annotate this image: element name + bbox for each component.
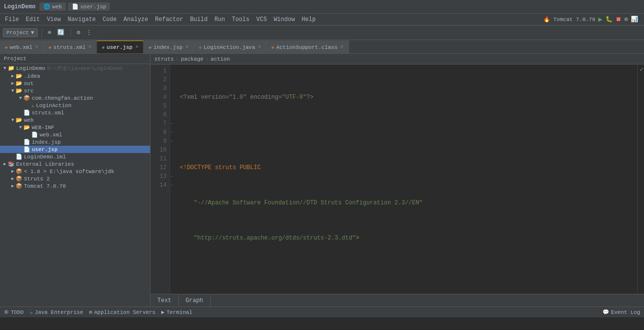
close-struts-xml[interactable]: × — [88, 44, 91, 50]
tree-arrow-web: ▼ — [10, 118, 16, 123]
tree-label-web: web — [24, 117, 34, 123]
line-num-7: 7 — [150, 119, 167, 128]
java-enterprise-icon: ☕ — [29, 309, 33, 315]
code-area[interactable]: 1 2 3 4 5 6 7 8 9 10 11 12 13 14 — [150, 65, 644, 294]
tab-user-jsp[interactable]: ◈ user.jsp × — [97, 41, 144, 53]
code-line-6 — [180, 269, 633, 278]
close-loginaction[interactable]: × — [258, 44, 261, 50]
tree-item-webxml[interactable]: ▶ 📄 web.xml — [0, 131, 150, 138]
java-file-icon: ☕ — [31, 102, 35, 109]
tree-item-logindemo[interactable]: ▼ 📁 LoginDemo D:\作业\javaee\LoginDemo — [0, 64, 150, 72]
java-enterprise-label: Java Enterprise — [35, 309, 83, 315]
fold-14[interactable]: − — [170, 181, 176, 190]
tree-item-jdk[interactable]: ▶ 📦 < 1.8 > E:\java software\jdk — [0, 168, 150, 175]
status-terminal[interactable]: ▶ Terminal — [161, 309, 192, 315]
tab-loginaction[interactable]: ◈ LoginAction.java × — [194, 41, 267, 53]
tab-graph[interactable]: Graph — [179, 294, 211, 307]
fold-9[interactable]: − — [170, 137, 176, 146]
tree-item-action-pkg[interactable]: ▼ 📦 com.chengfan.action — [0, 94, 150, 102]
breadcrumb-action[interactable]: action — [211, 56, 230, 62]
run-config: 🔥 Tomcat 7.0.70 ▶ 🐛 ⏹ ⚙ 📊 — [543, 15, 642, 23]
run-button[interactable]: ▶ — [598, 15, 602, 23]
menu-analyze[interactable]: Analyze — [121, 16, 151, 23]
title-tab-web[interactable]: 🌐 web — [40, 2, 66, 11]
folder-web-icon: 📂 — [16, 117, 22, 123]
code-content[interactable]: <?xml version="1.0" encoding="UTF-8"?> <… — [176, 65, 637, 294]
tree-item-indexjsp[interactable]: ▶ 📄 index.jsp — [0, 138, 150, 146]
status-app-servers[interactable]: ⚙ Application Servers — [89, 309, 155, 315]
close-index-jsp[interactable]: × — [186, 44, 189, 50]
tab-struts-xml[interactable]: ◈ struts.xml × — [43, 41, 97, 53]
menu-tools[interactable]: Tools — [229, 16, 253, 23]
breadcrumb-struts[interactable]: struts — [154, 56, 174, 62]
close-actionsupport[interactable]: × — [341, 44, 343, 50]
fold-gutter: − − − − − — [170, 65, 176, 294]
new-button[interactable]: ⊕ — [46, 28, 53, 37]
tree-item-loginaction[interactable]: ▶ ☕ LoginAction — [0, 102, 150, 109]
menu-edit[interactable]: Edit — [23, 16, 43, 23]
toolbar-separator — [42, 28, 42, 37]
tree-label-jdk: < 1.8 > E:\java software\jdk — [24, 169, 114, 175]
tab-web-xml[interactable]: ◈ web.xml × — [0, 41, 43, 53]
title-tab-userjsp[interactable]: 📄 user.jsp — [68, 2, 110, 11]
tree-item-tomcat[interactable]: ▶ 📦 Tomcat 7.0.70 — [0, 182, 150, 190]
menu-refactor[interactable]: Refactor — [152, 16, 186, 23]
tree-item-src[interactable]: ▼ 📂 src — [0, 87, 150, 94]
tab-actionsupport[interactable]: ◈ ActionSupport.class × — [266, 41, 348, 53]
line-num-5: 5 — [150, 102, 167, 110]
tree-arrow-out: ▶ — [10, 81, 16, 86]
debug-button[interactable]: 🐛 — [605, 16, 613, 23]
jsp-tab-icon: ◈ — [102, 44, 105, 50]
more-button[interactable]: ⋮ — [84, 28, 94, 37]
sidebar-header: Project — [0, 54, 150, 64]
tree-item-idea[interactable]: ▶ 📂 .idea — [0, 72, 150, 80]
tree-label-struts-xml: struts.xml — [32, 110, 64, 116]
tree-item-userjsp[interactable]: ▶ 📄 user.jsp — [0, 146, 150, 153]
menu-vcs[interactable]: VCS — [254, 16, 270, 23]
tree-item-external[interactable]: ▶ 📚 External Libraries — [0, 160, 150, 168]
status-todo[interactable]: ⑥ TODO — [4, 309, 23, 315]
menu-file[interactable]: File — [2, 16, 22, 23]
webxml-icon: 📄 — [31, 132, 38, 138]
fold-7[interactable]: − — [170, 119, 176, 128]
more-settings-button[interactable]: ⚙ — [624, 16, 628, 23]
line-num-1: 1 — [150, 66, 167, 75]
menu-navigate[interactable]: Navigate — [64, 16, 99, 23]
settings-button[interactable]: ⚙ — [75, 28, 82, 37]
editor-tabs: ◈ web.xml × ◈ struts.xml × ◈ user.jsp × … — [0, 40, 644, 54]
project-dropdown[interactable]: Project ▼ — [3, 28, 38, 37]
tree-label-indexjsp: index.jsp — [32, 139, 61, 145]
menu-window[interactable]: Window — [271, 16, 298, 23]
close-web-xml[interactable]: × — [35, 44, 38, 50]
menu-view[interactable]: View — [44, 16, 64, 23]
line-num-6: 6 — [150, 110, 167, 119]
tab-text[interactable]: Text — [150, 294, 179, 307]
fold-13[interactable]: − — [170, 172, 176, 181]
tree-item-webinf[interactable]: ▼ 📂 WEB-INF — [0, 124, 150, 131]
menu-code[interactable]: Code — [100, 16, 120, 23]
tree-item-iml[interactable]: ▶ 📄 LoginDemo.iml — [0, 153, 150, 160]
java-tab-icon: ◈ — [199, 44, 202, 50]
fold-8[interactable]: − — [170, 128, 176, 137]
menu-help[interactable]: Help — [299, 16, 319, 23]
run-dashboard-button[interactable]: 📊 — [631, 16, 638, 23]
close-user-jsp[interactable]: × — [135, 44, 138, 50]
tree-item-struts-xml[interactable]: ▶ 📄 struts.xml — [0, 109, 150, 116]
tree-item-out[interactable]: ▶ 📂 out — [0, 80, 150, 87]
tree-item-web[interactable]: ▼ 📂 web — [0, 116, 150, 124]
folder-webinf-icon: 📂 — [23, 124, 30, 131]
fold-10 — [170, 146, 176, 154]
status-event-log[interactable]: 💬 Event Log — [602, 309, 640, 315]
tree-arrow-external: ▶ — [2, 161, 8, 167]
folder-out-icon: 📂 — [16, 80, 22, 87]
breadcrumb-package[interactable]: package — [181, 56, 203, 62]
menu-build[interactable]: Build — [187, 16, 211, 23]
sync-button[interactable]: 🔄 — [55, 28, 66, 37]
menu-run[interactable]: Run — [212, 16, 228, 23]
status-java-enterprise[interactable]: ☕ Java Enterprise — [29, 309, 83, 315]
tree-item-struts2[interactable]: ▶ 📦 Struts 2 — [0, 175, 150, 182]
line-num-2: 2 — [150, 75, 167, 84]
dropdown-arrow-icon: ▼ — [31, 30, 34, 36]
tab-index-jsp[interactable]: ◈ index.jsp × — [144, 41, 193, 53]
stop-button[interactable]: ⏹ — [616, 16, 622, 23]
